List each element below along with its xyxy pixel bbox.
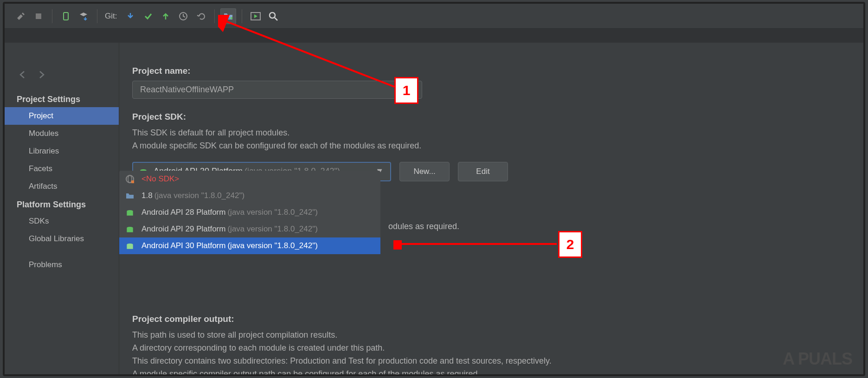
compiler-hint-3: This directory contains two subdirectori… [132, 355, 845, 368]
device-icon[interactable] [58, 8, 74, 24]
watermark: A PUALS [783, 349, 852, 369]
git-label: Git: [105, 12, 117, 21]
android-icon [125, 207, 135, 218]
project-structure-icon[interactable] [220, 8, 236, 24]
callout-2: 2 [558, 231, 582, 258]
android-icon [125, 224, 135, 234]
svg-rect-1 [64, 13, 68, 20]
sdk-dropdown-popup: <No SDK> 1.8 (java version "1.8.0_242") … [119, 171, 380, 254]
android-icon [125, 241, 135, 251]
compiler-output-label: Project compiler output: [132, 314, 845, 324]
sidebar-item-libraries[interactable]: Libraries [5, 142, 119, 160]
sidebar-item-project[interactable]: Project [5, 107, 119, 125]
sidebar: Project Settings Project Modules Librari… [5, 43, 119, 374]
hidden-line-3b: odules as required. [388, 220, 459, 233]
sidebar-heading-platform-settings: Platform Settings [5, 195, 119, 212]
revert-icon[interactable] [193, 8, 209, 24]
sdk-hint-2: A module specific SDK can be configured … [132, 140, 845, 153]
dropdown-option-api28[interactable]: Android API 28 Platform (java version "1… [119, 204, 380, 221]
folder-icon [125, 191, 135, 201]
hammer-icon[interactable] [13, 8, 29, 24]
project-name-label: Project name: [132, 66, 845, 76]
compiler-hint-2: A directory corresponding to each module… [132, 342, 845, 355]
run-config-icon[interactable] [248, 8, 264, 24]
sidebar-item-global-libraries[interactable]: Global Libraries [5, 230, 119, 248]
svg-point-6 [270, 13, 275, 18]
globe-icon [125, 174, 135, 184]
git-update-icon[interactable] [122, 8, 138, 24]
svg-rect-11 [131, 180, 134, 183]
sdk-hint-1: This SDK is default for all project modu… [132, 127, 845, 140]
sidebar-item-sdks[interactable]: SDKs [5, 212, 119, 230]
project-sdk-label: Project SDK: [132, 112, 845, 122]
callout-1: 1 [394, 77, 418, 104]
dropdown-option-api29[interactable]: Android API 29 Platform (java version "1… [119, 221, 380, 237]
back-icon[interactable] [18, 70, 28, 82]
forward-icon[interactable] [36, 70, 46, 82]
sidebar-heading-project-settings: Project Settings [5, 90, 119, 107]
dropdown-option-no-sdk[interactable]: <No SDK> [119, 171, 380, 187]
history-icon[interactable] [175, 8, 191, 24]
panel-header [5, 29, 863, 43]
search-icon[interactable] [265, 8, 281, 24]
svg-rect-0 [36, 13, 41, 19]
cube-download-icon[interactable] [76, 8, 91, 24]
stop-icon[interactable] [31, 8, 46, 24]
compiler-hint-4: A module specific compiler output path c… [132, 368, 845, 376]
sidebar-item-problems[interactable]: Problems [5, 256, 119, 274]
sidebar-item-facets[interactable]: Facets [5, 160, 119, 178]
compiler-hint-1: This path is used to store all project c… [132, 329, 845, 342]
git-commit-icon[interactable] [140, 8, 156, 24]
edit-button[interactable]: Edit [458, 162, 508, 181]
svg-point-10 [128, 175, 132, 183]
main-toolbar: Git: [5, 4, 863, 29]
svg-rect-4 [231, 17, 232, 19]
new-button[interactable]: New... [399, 162, 450, 181]
svg-rect-3 [228, 17, 230, 19]
sidebar-item-artifacts[interactable]: Artifacts [5, 178, 119, 195]
dropdown-option-api30[interactable]: Android API 30 Platform (java version "1… [119, 237, 380, 254]
dropdown-option-jdk[interactable]: 1.8 (java version "1.8.0_242") [119, 187, 380, 204]
git-push-icon[interactable] [158, 8, 174, 24]
sidebar-item-modules[interactable]: Modules [5, 125, 119, 142]
content-panel: Project name: ReactNativeOfflineWAPP Pro… [119, 43, 863, 374]
project-name-input[interactable]: ReactNativeOfflineWAPP [132, 81, 422, 99]
